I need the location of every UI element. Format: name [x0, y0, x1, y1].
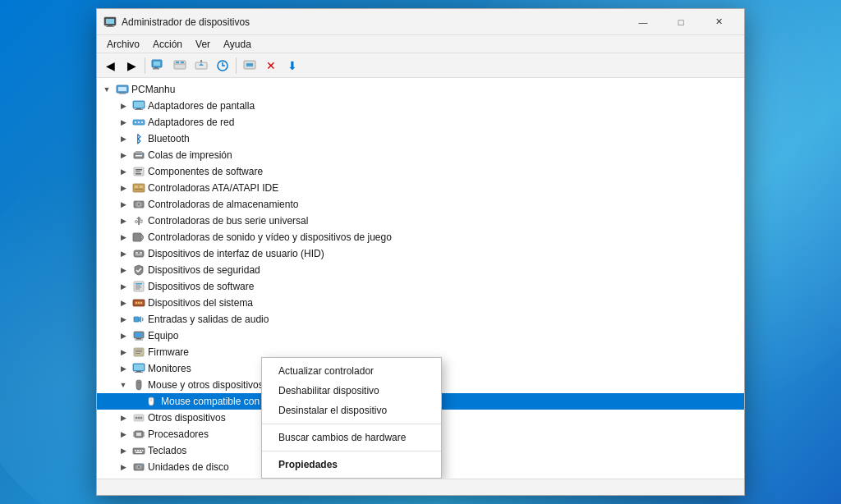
svg-rect-50 — [136, 283, 142, 285]
toolbar-btn-2[interactable] — [170, 56, 190, 76]
tree-root[interactable]: ▼ PCManhu — [97, 81, 744, 98]
tree-item-0[interactable]: ▶ Adaptadores de pantalla — [97, 98, 744, 114]
icon-almacenamiento — [132, 198, 145, 211]
ctx-deshabilitar-dispositivo[interactable]: Deshabilitar dispositivo — [262, 381, 441, 401]
tree-item-10[interactable]: ▶ Dispositivos de seguridad — [97, 262, 744, 278]
icon-componentes-software — [132, 165, 145, 178]
expander-14[interactable]: ▶ — [117, 329, 130, 342]
tree-item-11[interactable]: ▶ Dispositivos de software — [97, 278, 744, 295]
expander-16[interactable]: ▶ — [117, 362, 130, 375]
tree-item-12[interactable]: ▶ Dispositivos del sistema — [97, 295, 744, 311]
toolbar-btn-3[interactable] — [191, 56, 211, 76]
expander-20[interactable]: ▶ — [117, 428, 130, 441]
icon-dispositivos-sistema — [132, 296, 145, 309]
toolbar-btn-1[interactable] — [149, 56, 168, 76]
tree-item-7[interactable]: ▶ Controladoras de bus serie universal — [97, 213, 744, 229]
icon-colas-impresion — [132, 149, 145, 162]
close-button[interactable]: ✕ — [700, 9, 738, 35]
svg-point-77 — [138, 417, 140, 419]
window-icon — [103, 16, 117, 29]
label-7: Controladoras de bus serie universal — [148, 215, 308, 227]
icon-hid — [132, 247, 145, 260]
ctx-actualizar-controlador[interactable]: Actualizar controlador — [262, 361, 441, 381]
toolbar-btn-6[interactable]: ✕ — [261, 56, 281, 76]
svg-rect-49 — [134, 282, 144, 291]
label-22: Unidades de disco — [148, 461, 229, 473]
expander-19[interactable]: ▶ — [117, 411, 130, 424]
expander-6[interactable]: ▶ — [117, 198, 130, 211]
menu-ver[interactable]: Ver — [189, 37, 217, 52]
svg-rect-34 — [136, 173, 141, 175]
minimize-button[interactable]: — — [624, 9, 662, 35]
expander-0[interactable]: ▶ — [117, 99, 130, 112]
expander-8[interactable]: ▶ — [117, 231, 130, 244]
icon-mouse-hid — [145, 395, 159, 408]
expander-9[interactable]: ▶ — [117, 247, 130, 260]
expander-10[interactable]: ▶ — [117, 263, 130, 277]
expander-18[interactable] — [130, 395, 143, 408]
label-19: Otros dispositivos — [148, 412, 226, 424]
svg-point-78 — [140, 417, 143, 419]
label-2: Bluetooth — [148, 133, 190, 144]
title-bar: Administrador de dispositivos — □ ✕ — [97, 9, 744, 35]
svg-point-41 — [138, 204, 140, 205]
ctx-buscar-cambios[interactable]: Buscar cambios de hardware — [262, 428, 441, 447]
toolbar-btn-5[interactable] — [240, 56, 260, 76]
expander-15[interactable]: ▶ — [117, 346, 130, 359]
expander-17[interactable]: ▼ — [117, 378, 130, 392]
tree-item-4[interactable]: ▶ Componentes de software — [97, 163, 744, 180]
expander-13[interactable]: ▶ — [117, 313, 130, 326]
forward-button[interactable]: ▶ — [122, 56, 141, 76]
toolbar-btn-4[interactable] — [213, 56, 232, 76]
svg-rect-38 — [135, 189, 143, 190]
svg-rect-69 — [134, 364, 144, 370]
status-bar — [97, 479, 744, 495]
ctx-desinstalar-dispositivo[interactable]: Desinstalar el dispositivo — [262, 401, 441, 420]
label-0: Adaptadores de pantalla — [148, 100, 255, 112]
toolbar-btn-7[interactable]: ⬇ — [283, 56, 302, 76]
context-menu: Actualizar controlador Deshabilitar disp… — [261, 357, 442, 479]
svg-rect-44 — [133, 233, 141, 241]
tree-item-5[interactable]: ▶ Controladoras ATA/ATAPI IDE — [97, 180, 744, 196]
menu-ayuda[interactable]: Ayuda — [217, 37, 258, 52]
expander-22[interactable]: ▶ — [117, 460, 130, 474]
tree-item-13[interactable]: ▶ Entradas y salidas de audio — [97, 311, 744, 328]
svg-rect-66 — [136, 351, 142, 352]
window-controls: — □ ✕ — [624, 9, 738, 35]
expander-4[interactable]: ▶ — [117, 165, 130, 178]
tree-item-3[interactable]: ▶ Colas de impresión — [97, 147, 744, 163]
tree-item-8[interactable]: ▶ Controladoras de sonido y vídeo y disp… — [97, 229, 744, 245]
svg-point-76 — [136, 417, 138, 419]
expander-21[interactable]: ▶ — [117, 444, 130, 457]
tree-item-9[interactable]: ▶ Dispositivos de interfaz de usuario (H… — [97, 245, 744, 262]
expander-2[interactable]: ▶ — [117, 132, 130, 145]
tree-item-2[interactable]: ▶ ᛒ Bluetooth — [97, 131, 744, 147]
tree-item-6[interactable]: ▶ Controladoras de almacenamiento — [97, 196, 744, 213]
svg-rect-53 — [136, 289, 140, 290]
ctx-propiedades[interactable]: Propiedades — [262, 455, 441, 474]
svg-point-95 — [138, 466, 140, 468]
svg-rect-37 — [140, 186, 143, 188]
svg-rect-1 — [106, 19, 114, 24]
back-button[interactable]: ◀ — [100, 56, 120, 76]
svg-rect-22 — [135, 109, 143, 110]
tree-item-14[interactable]: ▶ Equipo — [97, 328, 744, 344]
svg-rect-89 — [137, 450, 139, 451]
icon-usb — [132, 214, 145, 227]
expander-12[interactable]: ▶ — [117, 296, 130, 309]
label-9: Dispositivos de interfaz de usuario (HID… — [148, 248, 324, 259]
tree-item-1[interactable]: ▶ Adaptadores de red — [97, 114, 744, 131]
svg-rect-46 — [136, 252, 138, 254]
expander-1[interactable]: ▶ — [117, 116, 130, 129]
expander-7[interactable]: ▶ — [117, 214, 130, 227]
svg-point-58 — [140, 302, 142, 304]
menu-accion[interactable]: Acción — [146, 37, 189, 52]
root-label: PCManhu — [131, 84, 175, 95]
menu-archivo[interactable]: Archivo — [100, 37, 146, 52]
expander-5[interactable]: ▶ — [117, 181, 130, 195]
expander-11[interactable]: ▶ — [117, 280, 130, 293]
expander-3[interactable]: ▶ — [117, 149, 130, 162]
maximize-button[interactable]: □ — [662, 9, 700, 35]
label-1: Adaptadores de red — [148, 117, 234, 128]
root-expander[interactable]: ▼ — [100, 83, 113, 96]
